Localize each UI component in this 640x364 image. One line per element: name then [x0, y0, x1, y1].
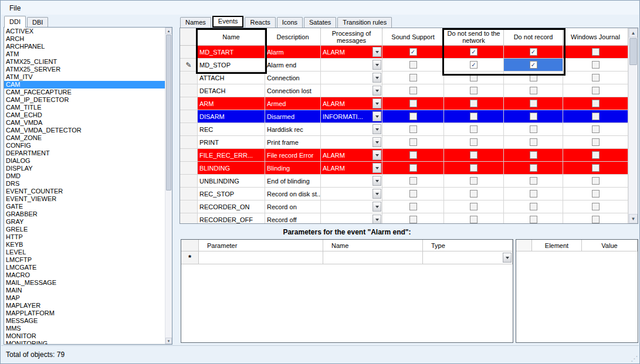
no-record-cell[interactable] — [504, 213, 563, 223]
column-header-name[interactable]: Name — [323, 240, 423, 251]
event-description-cell[interactable]: Print frame — [265, 136, 321, 149]
row-selector-cell[interactable] — [180, 149, 198, 162]
no-record-checkbox[interactable] — [530, 74, 537, 81]
no-network-checkbox[interactable] — [470, 203, 478, 210]
sound-cell[interactable] — [382, 200, 444, 213]
row-selector-cell[interactable] — [180, 72, 198, 84]
row-selector-cell[interactable] — [180, 110, 198, 123]
no-network-checkbox[interactable]: ✓ — [470, 61, 478, 69]
tab-transition-rules[interactable]: Transition rules — [337, 17, 392, 28]
no-network-cell[interactable] — [444, 200, 504, 213]
sound-cell[interactable] — [382, 188, 444, 200]
list-item[interactable]: ATMX25_CLIENT — [4, 58, 165, 66]
no-network-checkbox[interactable] — [470, 100, 478, 107]
list-item[interactable]: ARCHPANEL — [4, 43, 165, 50]
sound-checkbox[interactable] — [409, 113, 417, 120]
no-network-cell[interactable] — [444, 188, 504, 200]
list-item[interactable]: GRABBER — [4, 210, 165, 218]
event-description-cell[interactable]: Disarmed — [265, 110, 321, 123]
tab-reacts[interactable]: Reacts — [245, 17, 275, 28]
no-record-cell[interactable] — [504, 188, 563, 200]
no-network-checkbox[interactable] — [470, 151, 478, 159]
no-record-checkbox[interactable] — [530, 125, 537, 133]
type-combo-cell[interactable] — [423, 251, 513, 264]
dropdown-button[interactable] — [373, 124, 381, 134]
no-network-checkbox[interactable] — [470, 74, 478, 81]
list-item[interactable]: MAP — [4, 294, 165, 302]
tab-dbi[interactable]: DBI — [27, 17, 48, 28]
event-name-cell[interactable]: MD_START — [198, 46, 265, 59]
processing-combo[interactable] — [321, 72, 382, 84]
sound-checkbox[interactable] — [409, 138, 417, 146]
no-record-checkbox[interactable] — [530, 151, 537, 159]
sound-checkbox[interactable] — [409, 87, 417, 94]
tab-names[interactable]: Names — [180, 17, 211, 28]
list-item[interactable]: DRS — [4, 180, 165, 188]
sound-cell[interactable] — [382, 72, 444, 84]
no-record-cell[interactable] — [504, 110, 563, 123]
name-input-cell[interactable] — [323, 251, 423, 264]
no-network-checkbox[interactable] — [470, 138, 478, 146]
processing-combo[interactable]: INFORMATI... — [321, 110, 382, 123]
sound-checkbox[interactable] — [409, 203, 417, 210]
sound-cell[interactable] — [382, 136, 444, 149]
parameter-input-cell[interactable] — [199, 251, 323, 264]
list-item[interactable]: CAM_ZONE — [4, 134, 165, 142]
no-network-checkbox[interactable] — [470, 113, 478, 120]
journal-checkbox[interactable] — [592, 48, 600, 56]
list-item[interactable]: ARCH — [4, 35, 165, 43]
no-network-checkbox[interactable] — [470, 216, 478, 223]
sound-cell[interactable]: ✓ — [382, 46, 444, 59]
journal-cell[interactable] — [563, 149, 628, 162]
object-list-scrollbar[interactable]: ▲ ▼ — [165, 28, 172, 344]
no-network-cell[interactable] — [444, 149, 504, 162]
sound-checkbox[interactable] — [409, 74, 417, 81]
no-record-checkbox[interactable] — [530, 164, 537, 172]
no-network-cell[interactable] — [444, 72, 504, 84]
list-item[interactable]: DEPARTMENT — [4, 149, 165, 157]
list-item[interactable]: LEVEL — [4, 249, 165, 256]
column-header-no-network[interactable]: Do not send to the network — [444, 28, 504, 46]
scroll-thumb[interactable] — [166, 35, 171, 190]
column-header-processing[interactable]: Processing of messages — [321, 28, 382, 46]
row-selector-cell[interactable] — [180, 46, 198, 59]
sound-cell[interactable] — [382, 149, 444, 162]
sound-cell[interactable] — [382, 175, 444, 188]
event-description-cell[interactable]: End of blinding — [265, 175, 321, 188]
event-name-cell[interactable]: ARM — [198, 97, 265, 110]
no-record-checkbox[interactable] — [530, 100, 537, 107]
dropdown-button[interactable] — [373, 98, 381, 108]
no-record-cell[interactable] — [504, 84, 563, 97]
no-network-cell[interactable] — [444, 110, 504, 123]
event-description-cell[interactable]: Armed — [265, 97, 321, 110]
tab-satates[interactable]: Satates — [304, 17, 336, 28]
sound-cell[interactable] — [382, 110, 444, 123]
no-network-checkbox[interactable] — [470, 177, 478, 185]
no-network-cell[interactable] — [444, 84, 504, 97]
journal-cell[interactable] — [563, 46, 628, 59]
scroll-thumb[interactable] — [629, 38, 637, 65]
journal-checkbox[interactable] — [592, 113, 600, 120]
sound-checkbox[interactable] — [409, 164, 417, 172]
event-description-cell[interactable]: Harddisk rec — [265, 123, 321, 136]
dropdown-button[interactable] — [373, 111, 381, 121]
sound-checkbox[interactable] — [409, 216, 417, 223]
tab-ddi[interactable]: DDI — [4, 16, 26, 28]
scroll-down-icon[interactable]: ▼ — [629, 214, 638, 223]
sound-checkbox[interactable] — [409, 177, 417, 185]
no-network-checkbox[interactable] — [470, 164, 478, 172]
no-record-cell[interactable]: ✓ — [504, 59, 563, 72]
tab-events[interactable]: Events — [212, 16, 244, 28]
list-item[interactable]: MAIN — [4, 287, 165, 294]
processing-combo[interactable] — [321, 59, 382, 72]
row-selector-cell[interactable] — [180, 84, 198, 97]
list-item[interactable]: CAM_TITLE — [4, 104, 165, 111]
no-record-cell[interactable] — [504, 162, 563, 175]
event-name-cell[interactable]: REC — [198, 123, 265, 136]
sound-checkbox[interactable] — [409, 151, 417, 159]
processing-combo[interactable] — [321, 200, 382, 213]
journal-cell[interactable] — [563, 110, 628, 123]
column-header-type[interactable]: Type — [423, 240, 513, 251]
no-record-cell[interactable]: ✓ — [504, 46, 563, 59]
column-header-journal[interactable]: Windows Journal — [563, 28, 628, 46]
